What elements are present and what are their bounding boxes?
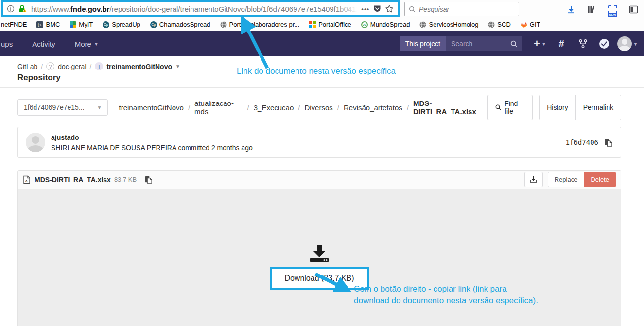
- bookmarks-bar: netFNDE ▷ BMC MyIT Cp SpreadUp Cp Chamad…: [0, 18, 644, 31]
- copy-icon[interactable]: [604, 138, 613, 147]
- replace-delete-group: Replace Delete: [548, 172, 616, 187]
- nav-groups[interactable]: ups: [0, 31, 22, 56]
- file-name: MDS-DIRTI_RA_TA.xlsx: [35, 176, 111, 184]
- url-text[interactable]: https://www.fnde.gov.br/repositorio/doc-…: [31, 5, 357, 13]
- breadcrumb: GitLab / ? doc-geral / T treinamentoGitN…: [17, 62, 644, 70]
- file-nav-actions: Find file History Permalink: [487, 95, 621, 120]
- permalink-button[interactable]: Permalink: [576, 95, 621, 120]
- file-viewer: x MDS-DIRTI_RA_TA.xlsx 83.7 KB Replace D…: [17, 170, 621, 326]
- myit-pinwheel-icon: [70, 21, 76, 28]
- copy-path-icon[interactable]: [144, 175, 153, 184]
- bookmark-netfnde[interactable]: netFNDE: [1, 21, 27, 28]
- gitlab-search-placeholder: Search: [446, 40, 510, 48]
- bookmark-bmc[interactable]: ▷ BMC: [36, 21, 60, 28]
- bmc-icon: ▷: [36, 21, 43, 28]
- url-scheme: https://www.: [31, 5, 70, 13]
- breadcrumb-project[interactable]: treinamentoGitNovo: [106, 63, 172, 70]
- new-menu-button[interactable]: + ▼: [529, 31, 551, 56]
- bookmark-portaloffice[interactable]: PortalOffice: [309, 21, 351, 28]
- browser-chrome: https://www.fnde.gov.br/repositorio/doc-…: [0, 0, 644, 18]
- user-menu[interactable]: ▼: [615, 31, 640, 56]
- downloads-icon[interactable]: [567, 5, 575, 14]
- gitlab-navbar: ups Activity More ▼ This project Search …: [0, 31, 644, 56]
- pocket-icon[interactable]: [373, 5, 381, 13]
- page-actions-icon[interactable]: •••: [361, 5, 369, 13]
- nav-activity[interactable]: Activity: [22, 31, 65, 56]
- todos-button[interactable]: [593, 31, 615, 56]
- gitlab-search[interactable]: This project Search: [400, 36, 522, 51]
- url-bar[interactable]: https://www.fnde.gov.br/repositorio/doc-…: [1, 0, 400, 17]
- ref-switcher-dropdown[interactable]: 1f6d740697e7e15... ▼: [17, 99, 108, 116]
- search-icon: [495, 104, 501, 111]
- bookmark-star-icon[interactable]: [385, 4, 394, 13]
- chevron-down-icon: ▼: [541, 41, 546, 47]
- globe-icon: [419, 21, 426, 28]
- find-file-button[interactable]: Find file: [487, 95, 533, 120]
- path-segment[interactable]: atualizacao-mds: [194, 99, 243, 116]
- plus-icon: +: [534, 38, 540, 49]
- breadcrumb-gitlab[interactable]: GitLab: [17, 63, 37, 70]
- excel-file-icon: x: [23, 175, 31, 184]
- download-annotation-box: Download (83.7 KB): [270, 267, 368, 290]
- url-domain: fnde.gov.br: [70, 5, 110, 13]
- path-segment[interactable]: 3_Execucao: [254, 103, 294, 112]
- issues-button[interactable]: #: [551, 31, 572, 56]
- breadcrumb-group[interactable]: doc-geral: [58, 63, 86, 70]
- nav-more[interactable]: More ▼: [65, 31, 108, 56]
- chevron-down-icon[interactable]: ▼: [175, 64, 180, 69]
- navbar-right: This project Search + ▼ #: [400, 31, 644, 56]
- sidebars-icon[interactable]: [629, 5, 638, 14]
- group-avatar: ?: [46, 62, 54, 70]
- path-segment[interactable]: Revisão_artefatos: [344, 103, 402, 112]
- path-current-file: MDS-DIRTI_RA_TA.xlsx: [413, 99, 487, 116]
- context-header: GitLab / ? doc-geral / T treinamentoGitN…: [0, 56, 644, 88]
- bookmark-myit[interactable]: MyIT: [70, 21, 93, 28]
- bookmark-portalcolaboradores[interactable]: PortalColaboradores pr...: [220, 21, 300, 28]
- browser-search-placeholder: Pesquisar: [419, 5, 449, 13]
- library-icon[interactable]: [587, 5, 596, 14]
- bookmark-spreadup[interactable]: Cp SpreadUp: [103, 21, 140, 28]
- search-icon: [510, 40, 518, 48]
- bookmark-scd[interactable]: SCD: [488, 21, 510, 28]
- spreadup-icon: Cp: [103, 21, 109, 28]
- download-tray-icon: [309, 245, 330, 262]
- download-link[interactable]: Download (83.7 KB): [284, 274, 354, 282]
- mundospread-icon: oo: [361, 21, 368, 28]
- commit-sha[interactable]: 1f6d7406: [566, 138, 598, 146]
- hash-icon: #: [558, 38, 564, 50]
- search-icon: [409, 6, 416, 13]
- commit-meta: SHIRLANE MARIA DE SOUSA PEREIRA committe…: [51, 144, 253, 152]
- file-header: x MDS-DIRTI_RA_TA.xlsx 83.7 KB Replace D…: [18, 171, 621, 189]
- chevron-down-icon: ▼: [633, 41, 638, 47]
- merge-requests-button[interactable]: [572, 31, 593, 56]
- commit-title[interactable]: ajustado: [51, 134, 253, 141]
- url-fade: [335, 5, 357, 13]
- page-info-icon[interactable]: [7, 5, 15, 13]
- download-icon: [530, 176, 537, 183]
- bookmark-servicoshomolog[interactable]: ServicosHomolog: [419, 21, 478, 28]
- url-path: /repositorio/doc-geral/treinamentoGitNov…: [109, 5, 357, 13]
- globe-icon: [220, 21, 227, 28]
- globe-icon: [488, 21, 495, 28]
- history-button[interactable]: History: [539, 95, 576, 120]
- project-avatar: T: [95, 62, 103, 70]
- delete-button[interactable]: Delete: [584, 172, 616, 187]
- portaloffice-icon: [309, 21, 316, 28]
- gitlab-tanuki-icon: [521, 21, 527, 28]
- bookmark-git[interactable]: GIT: [521, 21, 540, 28]
- browser-search-input[interactable]: Pesquisar: [404, 2, 519, 16]
- last-commit-box: ajustado SHIRLANE MARIA DE SOUSA PEREIRA…: [17, 127, 621, 158]
- history-permalink-group: History Permalink: [539, 95, 621, 120]
- path-segment[interactable]: Diversos: [304, 103, 332, 112]
- replace-button[interactable]: Replace: [548, 172, 585, 187]
- padlock-warning-icon[interactable]: [18, 5, 27, 13]
- search-scope-badge[interactable]: This project: [400, 36, 446, 51]
- bookmark-mundospread[interactable]: oo MundoSpread: [361, 21, 410, 28]
- bookmark-chamadosspread[interactable]: Cp ChamadosSpread: [150, 21, 210, 28]
- avatar: [617, 36, 632, 51]
- path-segment[interactable]: treinamentoGitNovo: [119, 103, 183, 112]
- file-size: 83.7 KB: [114, 176, 137, 183]
- screenshots-new-icon[interactable]: NEW: [608, 5, 617, 14]
- download-file-button[interactable]: [524, 172, 543, 187]
- commit-author-avatar: [26, 133, 45, 152]
